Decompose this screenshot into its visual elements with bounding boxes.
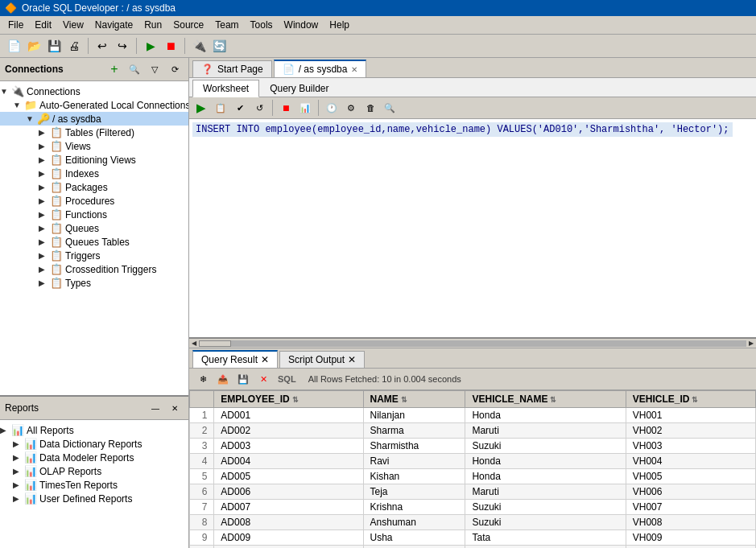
cell-employee_id-5[interactable]: AD006 (214, 484, 363, 500)
tree-item-0[interactable]: ▼🔌Connections (0, 84, 188, 98)
report-toggle-3[interactable]: ▶ (13, 467, 24, 476)
reports-collapse-button[interactable]: — (147, 399, 164, 417)
run-script-button[interactable]: 📋 (212, 99, 229, 117)
tree-toggle-10[interactable]: ▶ (39, 224, 50, 233)
cell-employee_id-8[interactable]: AD009 (214, 530, 363, 546)
cell-name-8[interactable]: Usha (363, 530, 465, 546)
report-item-5[interactable]: ▶📊User Defined Reports (0, 492, 188, 505)
report-item-4[interactable]: ▶📊TimesTen Reports (0, 478, 188, 492)
report-item-1[interactable]: ▶📊Data Dictionary Reports (0, 437, 188, 451)
cell-vehicle_name-3[interactable]: Honda (465, 454, 626, 469)
table-row[interactable]: 5AD005KishanHondaVH005 (190, 469, 756, 484)
tree-toggle-5[interactable]: ▶ (39, 155, 50, 164)
delete-row-button[interactable]: ✕ (254, 370, 272, 388)
tree-toggle-13[interactable]: ▶ (39, 265, 50, 274)
result-tab-close-1[interactable]: ✕ (348, 354, 356, 365)
connections-filter-button[interactable]: ▽ (146, 60, 163, 78)
cell-vehicle_name-9[interactable]: Hector (465, 546, 626, 549)
table-row[interactable]: 3AD003SharmisthaSuzukiVH003 (190, 439, 756, 454)
tree-item-13[interactable]: ▶📋Crossedition Triggers (0, 262, 188, 276)
tree-toggle-6[interactable]: ▶ (39, 169, 50, 178)
sub-tab-1[interactable]: Query Builder (259, 80, 339, 97)
cell-employee_id-9[interactable]: AD010 (214, 546, 363, 549)
cell-vehicle_name-6[interactable]: Suzuki (465, 500, 626, 515)
result-tab-0[interactable]: Query Result✕ (192, 350, 278, 368)
tree-toggle-4[interactable]: ▶ (39, 142, 50, 150)
freeze-button[interactable]: ❄ (194, 370, 212, 388)
tree-item-2[interactable]: ▼🔑/ as sysdba (0, 112, 188, 126)
menu-item-file[interactable]: File (3, 18, 28, 32)
report-toggle-1[interactable]: ▶ (13, 439, 24, 448)
col-header-3[interactable]: VEHICLE_NAME⇅ (465, 391, 626, 408)
tree-toggle-8[interactable]: ▶ (39, 196, 50, 205)
cell-employee_id-0[interactable]: AD001 (214, 408, 363, 423)
explain-button[interactable]: 📊 (296, 99, 314, 117)
cell-name-3[interactable]: Ravi (363, 454, 465, 469)
cell-vehicle_id-0[interactable]: VH001 (626, 408, 755, 423)
menu-item-navigate[interactable]: Navigate (90, 18, 138, 32)
table-row[interactable]: 2AD002SharmaMarutiVH002 (190, 423, 756, 439)
add-connection-button[interactable]: + (105, 60, 123, 78)
tree-item-5[interactable]: ▶📋Editioning Views (0, 153, 188, 167)
menu-item-source[interactable]: Source (168, 18, 209, 32)
result-tab-1[interactable]: Script Output✕ (279, 351, 365, 368)
connections-search-button[interactable]: 🔍 (126, 60, 143, 78)
tab-1[interactable]: 📄/ as sysdba✕ (274, 60, 367, 77)
tree-toggle-11[interactable]: ▶ (39, 237, 50, 246)
tree-item-6[interactable]: ▶📋Indexes (0, 167, 188, 180)
cancel-button[interactable]: ⏹ (277, 99, 295, 117)
menu-item-edit[interactable]: Edit (30, 18, 56, 32)
cell-vehicle_name-0[interactable]: Honda (465, 408, 626, 423)
report-toggle-4[interactable]: ▶ (13, 480, 24, 489)
tree-item-3[interactable]: ▶📋Tables (Filtered) (0, 126, 188, 139)
horizontal-scrollbar[interactable]: ◀ ▶ (189, 339, 756, 348)
scroll-right-arrow[interactable]: ▶ (746, 340, 756, 347)
cell-vehicle_id-9[interactable]: (null) (626, 546, 755, 549)
connections-refresh-button[interactable]: ⟳ (166, 60, 184, 78)
report-item-3[interactable]: ▶📊OLAP Reports (0, 464, 188, 478)
table-row[interactable]: 4AD004RaviHondaVH004 (190, 454, 756, 469)
tree-item-11[interactable]: ▶📋Queues Tables (0, 235, 188, 249)
stop-button[interactable]: ⏹ (162, 37, 180, 55)
cell-vehicle_name-4[interactable]: Honda (465, 469, 626, 484)
run-statement-button[interactable]: ▶ (192, 99, 210, 117)
col-header-2[interactable]: NAME⇅ (363, 391, 465, 408)
save-button[interactable]: 💾 (45, 37, 63, 55)
cell-vehicle_name-5[interactable]: Maruti (465, 484, 626, 500)
tree-item-14[interactable]: ▶📋Types (0, 276, 188, 290)
table-row[interactable]: 8AD008AnshumanSuzukiVH008 (190, 515, 756, 530)
scroll-track[interactable] (199, 340, 746, 347)
result-tab-close-0[interactable]: ✕ (261, 354, 269, 365)
cell-vehicle_id-8[interactable]: VH009 (626, 530, 755, 546)
cell-vehicle_id-2[interactable]: VH003 (626, 439, 755, 454)
cell-vehicle_id-7[interactable]: VH008 (626, 515, 755, 530)
commit-button[interactable]: ✔ (231, 99, 249, 117)
history-button[interactable]: 🕐 (323, 99, 341, 117)
db-connect-button[interactable]: 🔌 (190, 37, 208, 55)
cell-vehicle_id-6[interactable]: VH007 (626, 500, 755, 515)
menu-item-team[interactable]: Team (210, 18, 243, 32)
results-table-container[interactable]: EMPLOYEE_ID⇅NAME⇅VEHICLE_NAME⇅VEHICLE_ID… (189, 390, 756, 548)
cell-vehicle_name-8[interactable]: Tata (465, 530, 626, 546)
sql-text[interactable]: INSERT INTO employee(employee_id,name,ve… (192, 122, 733, 137)
menu-item-help[interactable]: Help (324, 18, 354, 32)
tree-toggle-3[interactable]: ▶ (39, 128, 50, 137)
cell-name-2[interactable]: Sharmistha (363, 439, 465, 454)
tab-0[interactable]: ❓Start Page (192, 60, 272, 77)
cell-name-5[interactable]: Teja (363, 484, 465, 500)
clear-button[interactable]: 🗑 (361, 99, 379, 117)
table-row[interactable]: 1AD001NilanjanHondaVH001 (190, 408, 756, 423)
sub-tab-0[interactable]: Worksheet (192, 80, 259, 97)
export-button[interactable]: 📤 (214, 370, 232, 388)
menu-item-tools[interactable]: Tools (246, 18, 278, 32)
report-toggle-2[interactable]: ▶ (13, 453, 24, 462)
menu-item-view[interactable]: View (58, 18, 89, 32)
redo-button[interactable]: ↪ (114, 37, 131, 55)
save-grid-button[interactable]: 💾 (234, 370, 252, 388)
cell-employee_id-3[interactable]: AD004 (214, 454, 363, 469)
tab-close-1[interactable]: ✕ (351, 65, 357, 74)
run-button[interactable]: ▶ (142, 37, 159, 55)
scroll-thumb[interactable] (199, 340, 231, 347)
menu-item-window[interactable]: Window (279, 18, 324, 32)
tree-toggle-12[interactable]: ▶ (39, 251, 50, 260)
